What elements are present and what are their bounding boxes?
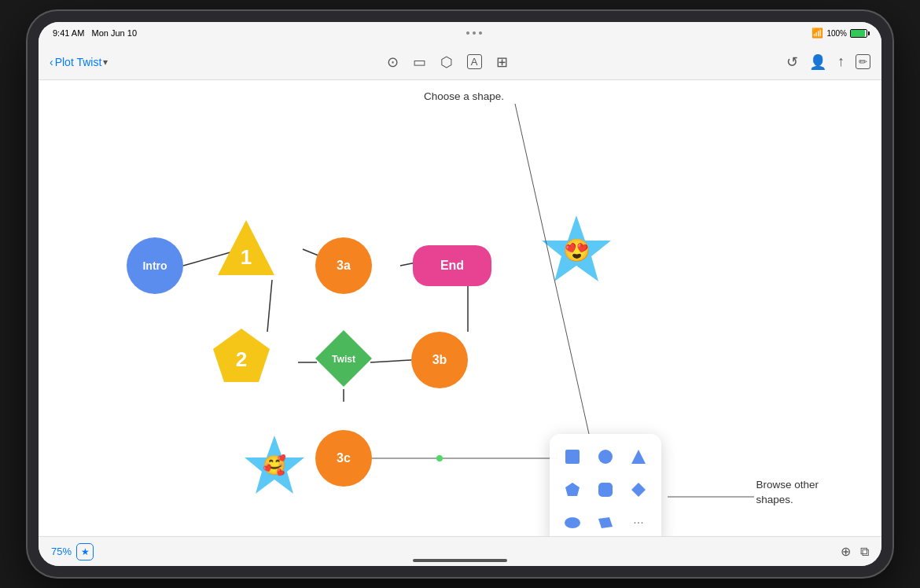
toolbar-center: ⊙ ▭ ⬡ A ⊞	[108, 53, 786, 71]
node-2-pentagon-svg: 2	[210, 325, 273, 388]
svg-marker-24	[631, 483, 646, 497]
svg-marker-26	[598, 517, 613, 528]
zoom-value: 75%	[51, 546, 72, 557]
node-1-triangle-svg: 1	[215, 217, 278, 280]
node-1-wrapper[interactable]: 1	[215, 217, 278, 280]
node-3b-label: 3b	[432, 353, 447, 367]
structure-icon[interactable]: ⊕	[841, 544, 851, 559]
undo-icon[interactable]: ↺	[786, 53, 798, 71]
shape-btn-rounded-square[interactable]	[591, 475, 620, 505]
canvas-area[interactable]: Intro 1 3a End 2	[39, 80, 881, 536]
text-tool-icon[interactable]: A	[467, 54, 482, 69]
back-label: Plot Twist	[55, 56, 102, 68]
node-intro-label: Intro	[142, 259, 167, 272]
battery-icon	[850, 29, 867, 38]
status-time-date: 9:41 AM Mon Jun 10	[53, 28, 137, 38]
table-tool-icon[interactable]: ▭	[413, 53, 426, 71]
toolbar: ‹ Plot Twist ▾ ⊙ ▭ ⬡ A ⊞ ↺ 👤 ↑ ✏	[39, 44, 881, 80]
status-center-dots	[466, 31, 482, 35]
shape-btn-diamond[interactable]	[624, 475, 653, 505]
chart-tool-icon[interactable]: ⬡	[440, 53, 453, 71]
svg-marker-22	[565, 483, 580, 496]
dot1	[466, 31, 469, 35]
home-indicator	[413, 559, 507, 562]
shape-btn-oval[interactable]	[558, 508, 587, 536]
svg-text:2: 2	[236, 347, 247, 371]
shape-btn-more[interactable]: ···	[624, 508, 653, 536]
battery-fill	[851, 30, 865, 37]
battery-label: 100%	[826, 29, 847, 38]
shapes-tool-icon[interactable]: ⊙	[387, 53, 399, 71]
shape-btn-parallelogram[interactable]	[591, 508, 620, 536]
star-1[interactable]: 😍	[539, 212, 614, 288]
svg-text:1: 1	[241, 245, 252, 269]
tablet-device: 9:41 AM Mon Jun 10 📶 100% ‹	[28, 11, 892, 577]
status-time: 9:41 AM	[53, 28, 84, 38]
shape-btn-square[interactable]	[558, 442, 587, 472]
star-1-emoji: 😍	[563, 237, 591, 263]
shape-btn-triangle[interactable]	[624, 442, 653, 472]
node-3c-label: 3c	[337, 451, 351, 465]
status-right-icons: 📶 100%	[811, 28, 867, 39]
callout-lines-svg	[39, 80, 881, 536]
back-button[interactable]: ‹ Plot Twist ▾	[50, 56, 108, 68]
node-intro[interactable]: Intro	[127, 237, 183, 294]
node-3b[interactable]: 3b	[411, 332, 468, 388]
collaborate-icon[interactable]: 👤	[809, 53, 826, 71]
toolbar-left: ‹ Plot Twist ▾	[50, 56, 108, 68]
status-bar: 9:41 AM Mon Jun 10 📶 100%	[39, 22, 881, 44]
zoom-star-box[interactable]: ★	[76, 543, 94, 560]
zoom-area: 75% ★	[51, 543, 94, 560]
star-2-emoji: 🥰	[263, 454, 286, 476]
view-icon[interactable]: ⧉	[860, 545, 869, 559]
dot3	[479, 31, 482, 35]
node-3c[interactable]: 3c	[315, 430, 372, 487]
media-tool-icon[interactable]: ⊞	[496, 53, 508, 71]
node-2-wrapper[interactable]: 2	[210, 325, 273, 388]
shape-btn-circle[interactable]	[591, 442, 620, 472]
svg-marker-21	[631, 450, 646, 464]
svg-rect-19	[565, 450, 580, 464]
node-3a-label: 3a	[337, 259, 351, 273]
shape-btn-pentagon[interactable]	[558, 475, 587, 505]
tablet-screen: 9:41 AM Mon Jun 10 📶 100% ‹	[39, 22, 881, 566]
share-icon[interactable]: ↑	[837, 53, 845, 70]
node-3a[interactable]: 3a	[315, 237, 372, 294]
svg-text:Twist: Twist	[332, 354, 355, 365]
svg-point-20	[598, 450, 613, 464]
dot2	[473, 31, 476, 35]
node-end-label: End	[440, 259, 464, 273]
wifi-icon: 📶	[811, 28, 823, 39]
node-end[interactable]: End	[413, 245, 491, 286]
status-date: Mon Jun 10	[92, 28, 137, 38]
svg-rect-23	[598, 483, 613, 497]
callout-right-text: Browse othershapes.	[756, 478, 819, 508]
callout-top-text: Choose a shape.	[424, 90, 504, 105]
svg-point-9	[436, 455, 443, 461]
toolbar-right: ↺ 👤 ↑ ✏	[786, 53, 870, 71]
svg-line-5	[370, 360, 411, 362]
node-twist-diamond-svg: Twist	[314, 329, 374, 388]
edit-icon[interactable]: ✏	[856, 54, 870, 69]
star-2[interactable]: 🥰	[241, 432, 307, 498]
back-chevron-icon: ‹	[50, 56, 53, 68]
more-icon: ···	[633, 516, 643, 530]
node-twist-wrapper[interactable]: Twist	[314, 329, 374, 388]
zoom-star-icon: ★	[81, 546, 90, 557]
shape-picker-popup: ···	[550, 434, 661, 536]
svg-line-3	[267, 280, 272, 332]
svg-point-25	[565, 517, 580, 528]
connectors-svg	[39, 80, 881, 536]
bottom-right-icons: ⊕ ⧉	[841, 544, 869, 559]
callout-right-lines-svg	[39, 80, 881, 536]
